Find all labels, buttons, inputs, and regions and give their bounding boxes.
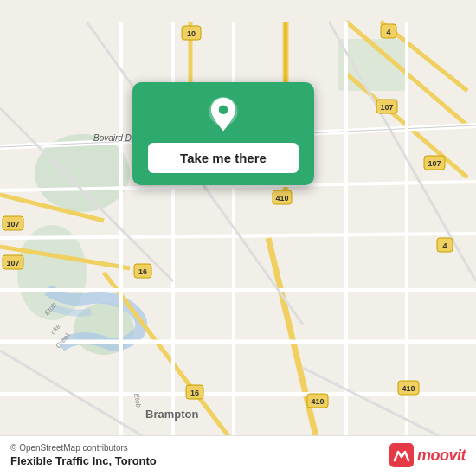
svg-text:16: 16 bbox=[138, 267, 147, 276]
svg-text:4: 4 bbox=[442, 241, 447, 250]
svg-text:10: 10 bbox=[187, 29, 196, 38]
map-roads: Bovaird Drive 10 410 410 410 107 107 107… bbox=[0, 0, 476, 476]
moovit-logo: moovit bbox=[389, 443, 466, 467]
take-me-there-button[interactable]: Take me there bbox=[148, 143, 299, 173]
svg-text:107: 107 bbox=[6, 220, 19, 228]
moovit-brand-icon bbox=[389, 443, 414, 467]
bottom-bar: © OpenStreetMap contributors Flexible Tr… bbox=[0, 435, 476, 476]
svg-text:107: 107 bbox=[6, 259, 19, 267]
svg-text:107: 107 bbox=[380, 103, 393, 112]
location-name: Flexible Traffic Inc, Toronto bbox=[10, 454, 157, 467]
svg-text:410: 410 bbox=[402, 384, 415, 393]
svg-text:410: 410 bbox=[275, 194, 288, 203]
svg-text:107: 107 bbox=[428, 159, 441, 168]
svg-text:16: 16 bbox=[190, 389, 199, 397]
svg-text:4: 4 bbox=[386, 28, 390, 36]
location-pin-icon bbox=[204, 96, 242, 134]
location-card: Take me there bbox=[132, 82, 314, 185]
svg-text:410: 410 bbox=[311, 397, 324, 406]
moovit-brand-name: moovit bbox=[417, 447, 466, 465]
svg-point-64 bbox=[219, 106, 228, 115]
bottom-info: © OpenStreetMap contributors Flexible Tr… bbox=[10, 443, 157, 467]
svg-text:Brampton: Brampton bbox=[145, 408, 198, 421]
osm-credit: © OpenStreetMap contributors bbox=[10, 443, 157, 453]
map-container: Bovaird Drive 10 410 410 410 107 107 107… bbox=[0, 0, 476, 476]
